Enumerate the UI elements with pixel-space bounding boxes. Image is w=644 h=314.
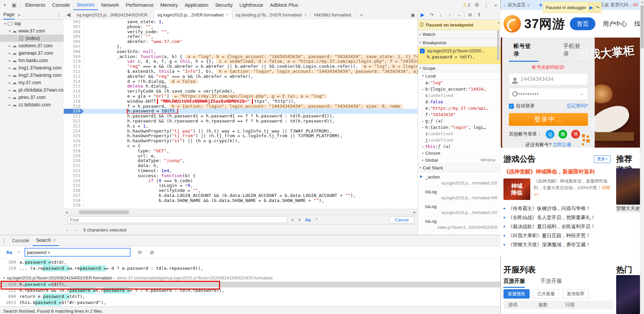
line-number[interactable]: 314 [64,79,84,84]
line-number[interactable]: 318 [64,99,84,104]
sidebar-overflow-icon[interactable]: » [18,12,20,17]
show-navigator-icon[interactable]: ◀ [64,10,73,19]
line-number[interactable]: 323 [64,124,84,129]
line-number[interactable]: 313 [64,74,84,79]
tree-item[interactable]: ▸my.37.com [0,79,64,86]
tree-item[interactable]: ▾top [0,20,64,27]
line-number[interactable]: 335 [64,183,84,188]
tree-item[interactable]: ▸gameapi.37.com [0,49,64,57]
search-result-row[interactable]: ▾sq.login2015.js?bust=20200824154002VER:… [0,275,500,281]
line-number[interactable]: 305 [64,34,84,39]
source-tab[interactable]: sq.binding.js?b...2VER:formatted × [232,10,310,19]
opened-servers-button[interactable]: 已开新服 [533,289,559,299]
step-over-icon[interactable]: ↷ [427,12,436,17]
panel-tab[interactable]: Application [181,0,212,10]
line-number[interactable]: 315 [64,84,84,89]
nav-home-button[interactable]: 首页 [570,17,595,30]
find-prev-icon[interactable]: ∧ [291,217,294,222]
scroll-up-icon[interactable]: ▲ [497,21,500,24]
line-number[interactable]: 316 [64,89,84,94]
scroll-up-icon[interactable]: ▲ [640,0,644,5]
callstack-frame[interactable]: _action sq.login2015.js...:formatted:320 [418,172,501,187]
scope-row[interactable]: d: false [418,99,501,105]
password-field[interactable]: •••••••• ⌣ [509,88,588,100]
settings-gear-icon[interactable]: ⚙ [472,0,482,10]
show-password-icon[interactable]: ⌣ [580,91,584,97]
tab-close-icon[interactable]: × [304,12,307,17]
line-number[interactable]: 308 [64,49,84,54]
callstack-frame[interactable]: toLog sq.login2015.js...:formatted:445 [418,187,501,202]
editor-options-icon[interactable]: ▣ [408,10,418,19]
panel-tab[interactable]: Console [49,0,73,10]
device-toolbar-icon[interactable]: ▣ [9,0,19,10]
panel-tab[interactable]: Elements [22,0,49,10]
line-number[interactable]: 319 [64,104,84,109]
line-number[interactable]: 333 [64,173,84,178]
tree-item[interactable]: ▸hm.baidu.com [0,57,64,64]
announcement-item[interactable]: 《裁决战歌》夏日福利，全民返利开启！ [503,222,614,231]
qr-code[interactable] [582,134,592,146]
news-thumbnail[interactable]: 神域 降临 [503,178,530,200]
history-arrows-icon[interactable]: ‹ › [66,227,79,233]
source-tab[interactable]: VM2682:formatted [310,10,357,19]
devtools-close-icon[interactable]: × [491,0,500,10]
panel-tab[interactable]: Performance [122,0,157,10]
tab-account-login[interactable]: 帐号登录 [509,42,538,62]
search-input[interactable] [24,248,130,257]
announcement-item[interactable]: 《全民仙战》名人堂开启，抢限量豪礼！ [503,213,614,222]
find-next-icon[interactable]: ∨ [298,217,301,222]
resume-icon[interactable]: ▶ [418,12,427,17]
nav-user-center[interactable]: 用户中心 [603,20,627,28]
weibo-login-icon[interactable]: 博 [571,130,580,139]
scope-row[interactable]: f: "34343434" [418,111,501,118]
tree-item[interactable]: ▸zz.bdstatic.com [0,101,64,108]
regex-toggle[interactable]: .* [315,217,317,222]
tab-web-servers[interactable]: 页游开服 [503,278,525,288]
site-logo-icon[interactable] [503,15,521,33]
source-tab[interactable]: sq.login2015.js...00824154002VER [73,10,154,19]
tree-item[interactable]: ▸pt.clickdata.37wan.com [0,86,64,94]
line-number[interactable]: 325 [64,134,84,139]
scope-row[interactable]: j: undefined [418,137,501,143]
line-number[interactable]: 311 [64,64,84,69]
line-number[interactable]: 339 [64,203,84,208]
tree-item[interactable]: ▸img1.37wanimg.com [0,64,64,71]
match-case-toggle[interactable]: Aa [305,217,311,222]
line-number[interactable]: 307 [64,44,84,49]
register-link[interactable]: 立即注册 [553,142,572,147]
find-input[interactable] [68,216,287,223]
search-result-row[interactable]: 310... (a.repassword = a.repassword == d… [0,265,500,271]
breakpoint-checkbox[interactable]: ✓ [420,49,425,53]
deactivate-breakpoints-icon[interactable]: ⊘ [466,12,475,17]
search-result-row[interactable] [0,271,500,275]
scrollbar-thumb[interactable] [79,210,129,214]
search-tab-close-icon[interactable]: × [53,235,56,245]
line-number[interactable]: 324 [64,129,84,134]
scope-row[interactable]: ▾Local [418,72,501,80]
news-headline[interactable]: 《战神觉醒》神域降临，新服限时返利 [503,168,614,175]
line-number[interactable]: 326 [64,139,84,144]
panel-tab[interactable]: Lighthouse [236,0,267,10]
panel-tab[interactable]: Memory [157,0,181,10]
overlay-step-icon[interactable]: ↷ [595,3,600,12]
scroll-right-icon[interactable]: ► [412,210,418,214]
new-server-preview-button[interactable]: 新服预告 [503,289,530,299]
line-number[interactable]: 309 [64,54,84,59]
auto-login-checkbox[interactable]: ✓ [509,104,514,109]
more-button[interactable]: 更多+ [594,155,611,163]
drawer-menu-icon[interactable]: ⋮ [0,238,9,244]
line-number[interactable]: 310 [64,59,84,64]
line-number[interactable]: 320 [64,109,84,114]
scope-row[interactable]: ▸b: {login_account: "14434… [418,86,501,92]
step-into-icon[interactable]: ↓ [436,12,445,17]
line-number[interactable]: 321 [64,114,84,119]
callstack-frame[interactable]: toLog sq.login2015.js...:formatted:197 [418,202,501,216]
line-number[interactable]: 312 [64,69,84,74]
login-submit-button[interactable]: 登录中... [509,113,588,126]
search-result-row[interactable]: 1013this.$password = $("#r-password"), [0,300,500,306]
recommended-game-caption[interactable]: 荣耀大天使 [616,205,640,213]
match-case-toggle[interactable]: Aa [6,250,12,255]
tab-phone-login[interactable]: 手机登录 [558,42,588,62]
line-number[interactable]: 332 [64,168,84,173]
code-editor[interactable]: 302 save_state: 1, 303 phone: "", 304 [64,19,418,209]
